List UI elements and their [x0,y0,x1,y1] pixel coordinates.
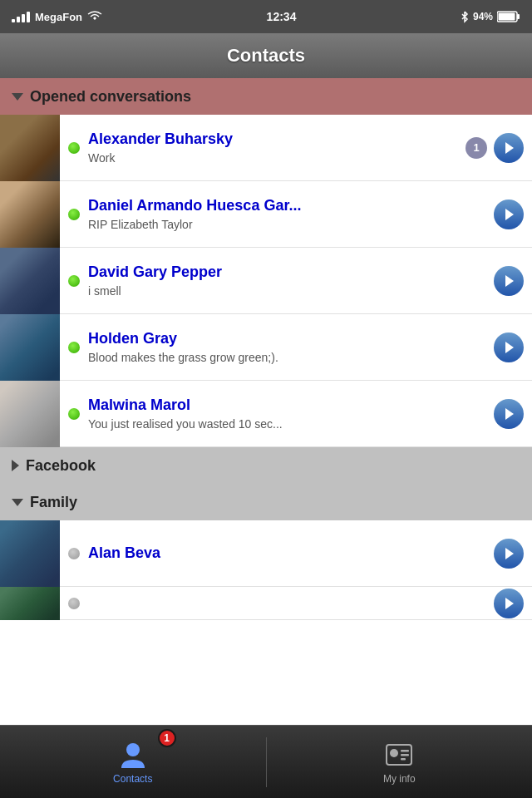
list-item[interactable]: Malwina Marol You just realised you wast… [0,381,532,447]
contact-name: Alan Beva [88,544,494,562]
avatar [0,381,60,447]
section-header-opened[interactable]: Opened conversations [0,78,532,115]
tab-contacts-label: Contacts [113,773,152,785]
section-header-family[interactable]: Family [0,484,532,520]
tab-contacts[interactable]: Contacts 1 [0,726,266,798]
bluetooth-icon [461,10,469,23]
list-item[interactable]: Holden Gray Blood makes the grass grow g… [0,314,532,381]
contact-name: Malwina Marol [88,397,494,414]
avatar [0,587,60,620]
online-status-icon [66,273,81,288]
svg-rect-2 [499,13,515,21]
contact-name: Alexander Buharsky [88,131,466,148]
carrier-label: MegaFon [35,11,82,23]
message-badge: 1 [466,137,487,159]
svg-point-5 [390,749,398,757]
svg-rect-7 [401,754,409,756]
section-label-family: Family [30,494,77,511]
section-label-opened: Opened conversations [30,88,191,106]
tab-myinfo-label: My info [383,773,416,785]
list-item[interactable] [0,587,532,620]
contact-name: Daniel Armando Huesca Gar... [88,197,494,214]
contact-info: Alexander Buharsky Work [88,127,466,168]
title-bar: Contacts [0,33,532,78]
contact-status: You just realised you wasted 10 sec... [88,417,494,431]
avatar [0,115,60,181]
contact-info: Alan Beva [88,541,494,565]
section-header-facebook[interactable]: Facebook [0,447,532,484]
myinfo-tab-icon [384,740,414,770]
contact-name: Holden Gray [88,330,494,347]
avatar [0,520,60,587]
list-item[interactable]: Daniel Armando Huesca Gar... RIP Elizabe… [0,181,532,248]
contact-info: David Gary Pepper i smell [88,260,494,301]
section-label-facebook: Facebook [26,457,96,475]
status-time: 12:34 [267,10,297,23]
contact-status: i smell [88,284,494,298]
svg-point-3 [126,743,140,756]
avatar [0,314,60,381]
online-status-icon [66,406,81,421]
contact-arrow-button[interactable] [494,539,524,569]
contact-name: David Gary Pepper [88,264,494,281]
offline-status-icon [66,546,81,561]
signal-bars-icon [12,12,30,22]
contact-status: Blood makes the grass grow green;). [88,351,494,364]
contact-status: RIP Elizabeth Taylor [88,218,494,231]
online-status-icon [66,140,81,155]
status-bar: MegaFon 12:34 94% [0,0,532,33]
page-title: Contacts [227,45,305,66]
battery-icon [497,11,520,22]
list-item[interactable]: David Gary Pepper i smell [0,248,532,314]
list-item[interactable]: Alan Beva [0,520,532,587]
svg-rect-6 [401,750,409,752]
online-status-icon [66,207,81,222]
avatar [0,248,60,314]
contact-status: Work [88,151,466,165]
contact-info: Malwina Marol You just realised you wast… [88,393,494,434]
tab-badge: 1 [158,729,176,747]
contact-arrow-button[interactable] [494,200,524,229]
contact-arrow-button[interactable] [494,399,524,429]
status-right: 94% [461,10,520,23]
contact-info: Daniel Armando Huesca Gar... RIP Elizabe… [88,194,494,234]
contact-arrow-button[interactable] [494,589,524,618]
list-item[interactable]: Alexander Buharsky Work 1 [0,115,532,181]
svg-rect-1 [517,14,520,19]
chevron-right-icon [12,460,19,471]
status-left: MegaFon [12,11,102,23]
online-status-icon [66,340,81,355]
contact-info: Holden Gray Blood makes the grass grow g… [88,327,494,367]
contact-arrow-button[interactable] [494,266,524,296]
contact-arrow-button[interactable] [494,332,524,362]
contacts-tab-icon [118,740,148,770]
contacts-scroll-area: Opened conversations Alexander Buharsky … [0,78,532,725]
chevron-down-icon [12,499,23,506]
contact-arrow-button[interactable] [494,133,524,163]
avatar [0,181,60,248]
chevron-down-icon [12,93,23,101]
offline-status-icon [66,596,81,611]
tab-bar: Contacts 1 My info [0,725,532,798]
tab-myinfo[interactable]: My info [267,726,533,798]
battery-percent: 94% [473,11,493,22]
wifi-icon [87,11,102,22]
svg-rect-8 [401,758,406,761]
contact-info [88,600,494,607]
